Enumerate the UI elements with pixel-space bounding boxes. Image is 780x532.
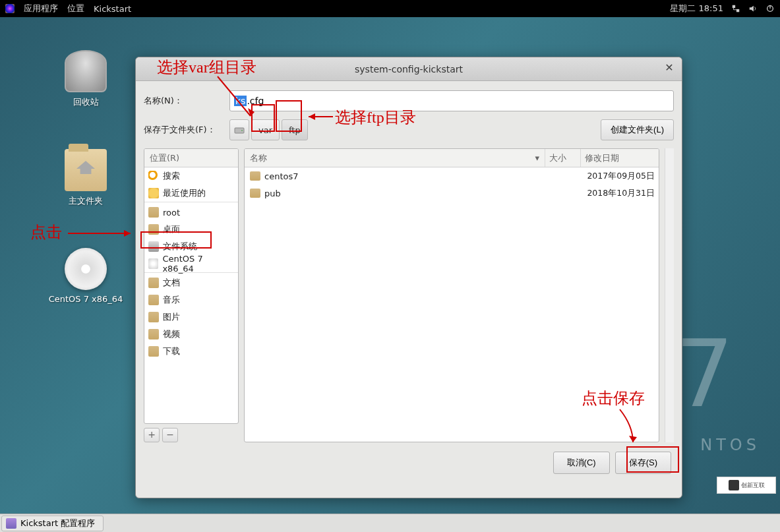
folder-icon [250, 171, 260, 181]
drive-icon [148, 241, 159, 252]
sidebar-desktop[interactable]: 桌面 [144, 221, 238, 238]
sidebar-music[interactable]: 音乐 [144, 291, 238, 309]
annotation-click: 点击 [30, 222, 62, 243]
trash-label: 回收站 [46, 96, 125, 108]
search-icon [148, 171, 159, 181]
home-folder-icon [65, 149, 107, 191]
pictures-icon [148, 312, 159, 322]
sidebar-pictures[interactable]: 图片 [144, 309, 238, 326]
cancel-button[interactable]: 取消(C) [553, 452, 610, 474]
crumb-var[interactable]: var [251, 119, 280, 140]
watermark: 创新互联 [717, 477, 776, 494]
desktop-trash[interactable]: 回收站 [46, 50, 125, 108]
disc-icon [65, 248, 107, 290]
desktop-home[interactable]: 主文件夹 [46, 149, 125, 207]
videos-icon [148, 329, 159, 340]
music-icon [148, 295, 159, 305]
disc-label: CentOS 7 x86_64 [46, 294, 125, 304]
sidebar-downloads[interactable]: 下载 [144, 343, 238, 360]
column-name[interactable]: 名称▾ [245, 149, 545, 167]
crumb-ftp[interactable]: ftp [282, 119, 308, 140]
folder-label: 保存于文件夹(F)： [144, 124, 229, 136]
name-label: 名称(N)： [144, 95, 229, 107]
save-dialog: system-config-kickstart ✕ 名称(N)： ks.cfg … [135, 57, 682, 498]
sidebar-centos[interactable]: CentOS 7 x86_64 [144, 255, 238, 272]
sidebar-root[interactable]: root [144, 204, 238, 221]
dialog-title: system-config-kickstart [355, 64, 463, 74]
scrollbar[interactable] [665, 148, 674, 442]
desktop-centos-disc[interactable]: CentOS 7 x86_64 [46, 248, 125, 304]
svg-rect-0 [733, 5, 735, 8]
folder-icon [148, 278, 159, 288]
desktop: 7 NTOS 回收站 主文件夹 CentOS 7 x86_64 system-c… [0, 17, 780, 514]
file-row[interactable]: centos7 2017年09月05日 [245, 167, 659, 185]
sidebar-header[interactable]: 位置(R) [144, 149, 238, 167]
add-bookmark-button[interactable]: + [144, 428, 160, 442]
trash-icon [65, 50, 107, 92]
clock-text[interactable]: 星期二 18:51 [670, 3, 723, 15]
save-button[interactable]: 保存(S) [615, 452, 671, 474]
svg-point-5 [241, 130, 243, 131]
folder-icon [148, 207, 159, 218]
centos-bg-number: 7 [675, 320, 734, 428]
cd-icon [148, 258, 158, 269]
arrow-icon [65, 228, 140, 240]
column-date[interactable]: 修改日期 [581, 149, 659, 167]
column-size[interactable]: 大小 [545, 149, 581, 167]
path-crumbs: var ftp [229, 119, 308, 140]
download-icon [148, 346, 159, 357]
taskbar-kickstart[interactable]: Kickstart 配置程序 [1, 516, 104, 531]
sidebar-filesystem[interactable]: 文件系统 [144, 238, 238, 255]
sidebar-search[interactable]: 搜索 [144, 167, 238, 185]
create-folder-button[interactable]: 创建文件夹(L) [601, 119, 674, 140]
places-sidebar: 位置(R) 搜索 最近使用的 root 桌面 文件系统 CentOS 7 x86… [144, 148, 239, 424]
menu-kickstart[interactable]: Kickstart [94, 4, 131, 14]
menu-applications[interactable]: 应用程序 [24, 3, 58, 15]
sidebar-recent[interactable]: 最近使用的 [144, 185, 238, 202]
dialog-titlebar[interactable]: system-config-kickstart ✕ [136, 57, 682, 81]
file-row[interactable]: pub 2018年10月31日 [245, 185, 659, 202]
menu-places[interactable]: 位置 [67, 3, 84, 15]
remove-bookmark-button[interactable]: − [162, 428, 178, 442]
clock-icon [148, 188, 159, 198]
power-icon[interactable] [765, 4, 775, 13]
file-list: 名称▾ 大小 修改日期 centos7 2017年09月05日 pub 2018… [244, 148, 659, 442]
volume-icon[interactable] [748, 4, 758, 13]
close-button[interactable]: ✕ [663, 63, 675, 74]
filename-selected: ks [234, 96, 247, 106]
desktop-icon [148, 224, 159, 235]
app-icon [6, 518, 16, 529]
home-label: 主文件夹 [46, 195, 125, 207]
watermark-icon [729, 480, 739, 490]
centos-bg-text: NTOS [700, 436, 760, 454]
folder-icon [250, 189, 260, 198]
sidebar-videos[interactable]: 视频 [144, 326, 238, 343]
crumb-root-disk[interactable] [229, 119, 249, 140]
system-menu-icon[interactable] [5, 4, 15, 13]
sort-indicator-icon: ▾ [535, 153, 539, 163]
filename-input[interactable]: ks.cfg [229, 90, 674, 111]
network-icon[interactable] [731, 4, 740, 13]
taskbar: Kickstart 配置程序 [0, 514, 780, 532]
top-menu-bar: 应用程序 位置 Kickstart 星期二 18:51 [0, 0, 780, 17]
sidebar-documents[interactable]: 文档 [144, 274, 238, 291]
filename-rest: .cfg [247, 96, 264, 106]
